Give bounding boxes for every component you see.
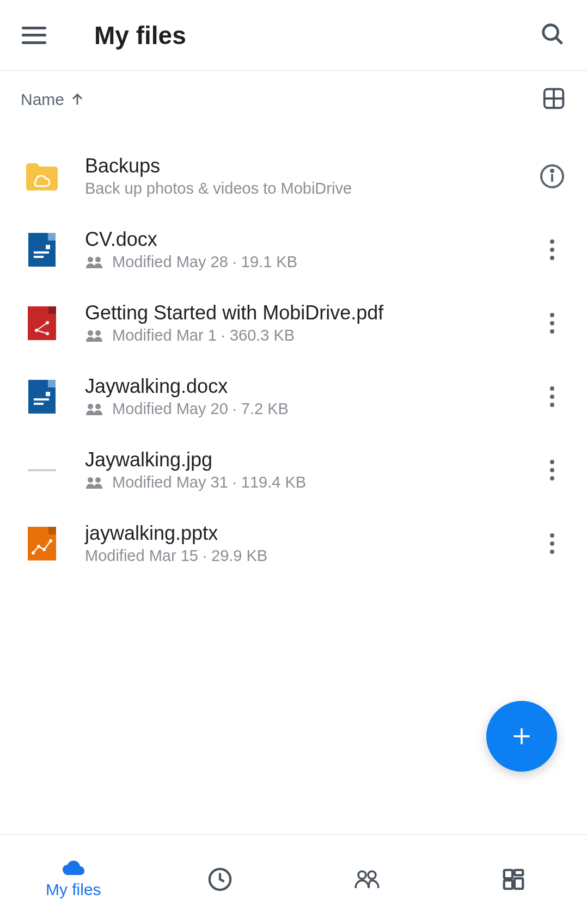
shared-icon (85, 329, 105, 343)
file-modified: Modified Mar 1 (112, 327, 217, 344)
svg-point-21 (95, 477, 101, 483)
svg-point-25 (49, 539, 52, 543)
app-header: My files (0, 0, 587, 71)
svg-point-17 (95, 330, 101, 336)
add-button[interactable] (486, 701, 557, 772)
nav-recent[interactable] (147, 835, 294, 924)
image-icon (24, 452, 60, 488)
more-icon[interactable] (539, 313, 565, 334)
more-icon[interactable] (539, 386, 565, 407)
file-meta: Modified May 31 · 119.4 KB (85, 473, 539, 491)
file-size: 29.9 KB (211, 547, 267, 565)
plus-icon (510, 724, 534, 748)
svg-point-23 (37, 545, 40, 548)
folder-cloud-icon (24, 158, 60, 194)
file-info: Backups Back up photos & videos to MobiD… (85, 155, 539, 198)
file-item-getting-started[interactable]: Getting Started with MobiDrive.pdf Modif… (0, 286, 587, 360)
file-item-jaywalking-jpg[interactable]: Jaywalking.jpg Modified May 31 · 119.4 K… (0, 433, 587, 507)
docx-icon (24, 379, 60, 415)
svg-rect-32 (515, 870, 523, 876)
shared-icon (85, 402, 105, 416)
file-size: 360.3 KB (230, 327, 295, 344)
file-meta: Modified May 20 · 7.2 KB (85, 400, 539, 418)
svg-point-30 (368, 871, 376, 879)
file-modified: Modified May 31 (112, 473, 228, 491)
pptx-icon (24, 526, 60, 562)
grid-view-icon[interactable] (541, 86, 566, 113)
pdf-icon (24, 305, 60, 341)
svg-line-1 (557, 38, 562, 44)
clock-icon (207, 867, 233, 892)
file-item-jaywalking-docx[interactable]: Jaywalking.docx Modified May 20 · 7.2 KB (0, 360, 587, 433)
apps-icon (501, 867, 526, 892)
file-name: Backups (85, 155, 539, 177)
file-modified: Modified Mar 15 (85, 547, 198, 565)
info-icon[interactable] (539, 163, 565, 189)
file-modified: Modified May 28 (112, 253, 228, 271)
page-title: My files (94, 21, 186, 50)
svg-point-24 (42, 548, 46, 551)
file-name: jaywalking.pptx (85, 522, 539, 545)
shared-icon (85, 255, 105, 269)
sort-label-text: Name (21, 90, 64, 109)
file-meta: Modified Mar 1 · 360.3 KB (85, 327, 539, 344)
more-icon[interactable] (539, 460, 565, 481)
sort-by-name[interactable]: Name (21, 90, 85, 109)
people-icon (353, 868, 381, 890)
svg-rect-33 (504, 880, 512, 889)
file-name: CV.docx (85, 228, 539, 251)
file-list: Backups Back up photos & videos to MobiD… (0, 123, 587, 580)
file-modified: Modified May 20 (112, 400, 228, 418)
cloud-icon (60, 860, 87, 877)
svg-point-19 (95, 404, 101, 409)
file-size: 19.1 KB (241, 253, 297, 271)
svg-point-18 (88, 404, 93, 409)
nav-shared[interactable] (294, 835, 441, 924)
sort-asc-icon (70, 92, 85, 107)
svg-rect-31 (504, 870, 512, 878)
svg-point-9 (88, 257, 93, 262)
svg-point-22 (32, 551, 35, 555)
file-info: Getting Started with MobiDrive.pdf Modif… (85, 301, 539, 344)
more-icon[interactable] (539, 239, 565, 260)
svg-point-10 (95, 257, 101, 262)
nav-label: My files (46, 880, 101, 899)
more-icon[interactable] (539, 533, 565, 554)
svg-point-0 (543, 24, 558, 39)
file-size: 7.2 KB (241, 400, 289, 418)
file-info: Jaywalking.jpg Modified May 31 · 119.4 K… (85, 448, 539, 491)
sort-bar: Name (0, 71, 587, 123)
file-info: CV.docx Modified May 28 · 19.1 KB (85, 228, 539, 271)
file-subtitle: Back up photos & videos to MobiDrive (85, 180, 539, 198)
svg-rect-34 (515, 878, 523, 889)
nav-apps[interactable] (441, 835, 588, 924)
svg-line-14 (36, 323, 47, 330)
svg-line-15 (36, 330, 47, 334)
svg-point-29 (358, 871, 366, 879)
menu-icon[interactable] (22, 27, 46, 44)
file-item-backups[interactable]: Backups Back up photos & videos to MobiD… (0, 139, 587, 213)
file-item-cv[interactable]: CV.docx Modified May 28 · 19.1 KB (0, 213, 587, 286)
file-info: jaywalking.pptx Modified Mar 15 · 29.9 K… (85, 522, 539, 565)
file-size: 119.4 KB (241, 473, 306, 491)
bottom-nav: My files (0, 834, 587, 924)
search-icon[interactable] (540, 22, 565, 49)
file-info: Jaywalking.docx Modified May 20 · 7.2 KB (85, 375, 539, 418)
docx-icon (24, 232, 60, 268)
file-meta: Modified Mar 15 · 29.9 KB (85, 547, 539, 565)
shared-icon (85, 476, 105, 490)
file-name: Getting Started with MobiDrive.pdf (85, 301, 539, 324)
file-name: Jaywalking.jpg (85, 448, 539, 471)
file-meta: Modified May 28 · 19.1 KB (85, 253, 539, 271)
svg-point-20 (88, 477, 93, 483)
nav-my-files[interactable]: My files (0, 835, 147, 924)
file-item-jaywalking-pptx[interactable]: jaywalking.pptx Modified Mar 15 · 29.9 K… (0, 507, 587, 580)
file-name: Jaywalking.docx (85, 375, 539, 398)
svg-point-8 (551, 170, 553, 172)
svg-point-16 (88, 330, 93, 336)
